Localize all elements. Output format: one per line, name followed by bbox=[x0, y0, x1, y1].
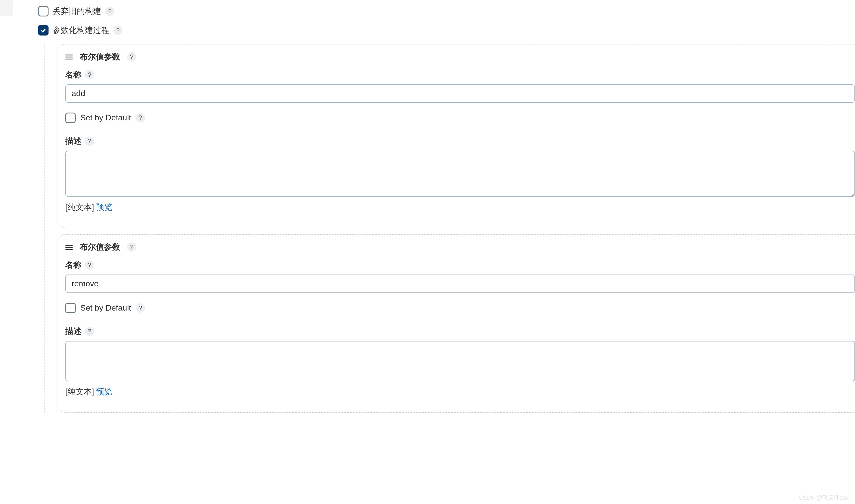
sidebar-stub bbox=[0, 0, 13, 16]
help-icon[interactable]: ? bbox=[85, 327, 94, 336]
parameter-type-label: 布尔值参数 bbox=[80, 51, 120, 62]
name-input[interactable] bbox=[65, 84, 855, 103]
set-by-default-row: Set by Default ? bbox=[65, 303, 855, 313]
discard-old-builds-checkbox[interactable] bbox=[38, 6, 49, 16]
parameterized-build-row: 参数化构建过程 ? bbox=[38, 25, 855, 36]
name-field-group: 名称 ? bbox=[65, 69, 855, 103]
parameter-type-label: 布尔值参数 bbox=[80, 241, 120, 253]
set-by-default-row: Set by Default ? bbox=[65, 112, 855, 123]
set-by-default-checkbox[interactable] bbox=[65, 303, 76, 313]
description-textarea[interactable] bbox=[65, 151, 855, 197]
name-field-group: 名称 ? bbox=[65, 259, 855, 293]
parameter-block: 布尔值参数 ? 名称 ? Set by Default ? 描述 ? bbox=[57, 234, 855, 413]
description-textarea[interactable] bbox=[65, 341, 855, 381]
name-label: 名称 bbox=[65, 259, 82, 270]
parameters-container: 布尔值参数 ? 名称 ? Set by Default ? 描述 ? bbox=[45, 44, 855, 413]
description-label: 描述 bbox=[65, 326, 82, 337]
name-label: 名称 bbox=[65, 69, 82, 80]
top-options: 丢弃旧的构建 ? 参数化构建过程 ? bbox=[38, 6, 855, 36]
description-field-group: 描述 ? [纯文本] 预览 bbox=[65, 136, 855, 213]
help-icon[interactable]: ? bbox=[127, 52, 136, 61]
help-icon[interactable]: ? bbox=[85, 70, 94, 79]
discard-old-builds-row: 丢弃旧的构建 ? bbox=[38, 6, 855, 17]
help-icon[interactable]: ? bbox=[105, 7, 115, 16]
plain-text-label: [纯文本] bbox=[65, 203, 94, 212]
help-icon[interactable]: ? bbox=[127, 242, 136, 252]
drag-handle-icon[interactable] bbox=[65, 245, 73, 250]
preview-link[interactable]: 预览 bbox=[96, 387, 112, 396]
help-icon[interactable]: ? bbox=[85, 260, 94, 270]
help-icon[interactable]: ? bbox=[136, 303, 145, 312]
help-icon[interactable]: ? bbox=[85, 137, 94, 146]
set-by-default-checkbox[interactable] bbox=[65, 112, 76, 123]
help-icon[interactable]: ? bbox=[113, 26, 122, 35]
preview-link[interactable]: 预览 bbox=[96, 203, 112, 212]
parameterized-build-label: 参数化构建过程 bbox=[53, 25, 109, 36]
plain-text-label: [纯文本] bbox=[65, 387, 94, 396]
help-icon[interactable]: ? bbox=[136, 113, 145, 122]
parameter-block: 布尔值参数 ? 名称 ? Set by Default ? 描述 ? bbox=[57, 44, 855, 228]
discard-old-builds-label: 丢弃旧的构建 bbox=[53, 6, 101, 17]
set-by-default-label: Set by Default bbox=[80, 303, 131, 312]
description-field-group: 描述 ? [纯文本] 预览 bbox=[65, 326, 855, 397]
drag-handle-icon[interactable] bbox=[65, 55, 73, 59]
set-by-default-label: Set by Default bbox=[80, 113, 131, 122]
parameterized-build-checkbox[interactable] bbox=[38, 25, 49, 36]
description-label: 描述 bbox=[65, 136, 82, 147]
name-input[interactable] bbox=[65, 274, 855, 293]
